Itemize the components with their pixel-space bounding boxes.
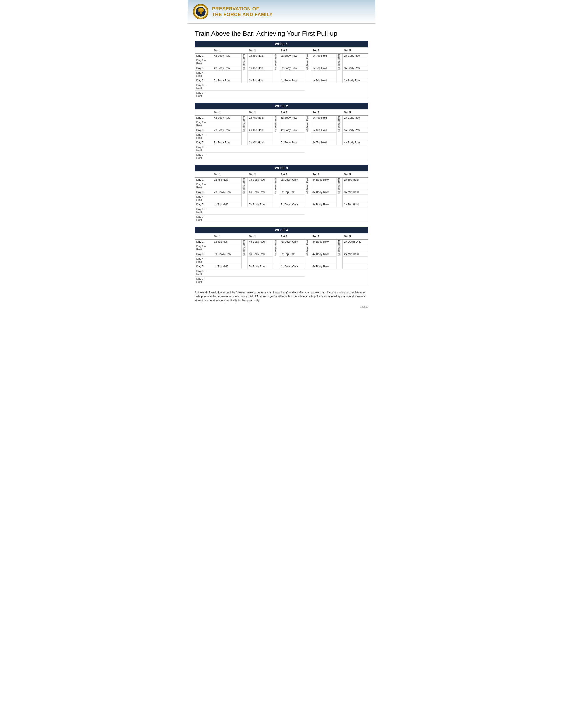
- rest-column-4: 60–90 sec Rest: [337, 240, 343, 269]
- set2-value: 2x Top Hold: [247, 78, 273, 83]
- set2-value: 2x Mid Hold: [247, 140, 273, 145]
- set2-value: 2x Mid Hold: [247, 116, 273, 120]
- rest-column-2: 60–90 sec Rest: [273, 116, 279, 145]
- set5-value: 3x Body Row: [343, 66, 368, 71]
- set-1-header: Set 1: [212, 47, 241, 54]
- table-row: Day 6 – Rest: [195, 269, 368, 277]
- rest-column-1: 60–90 sec Rest: [241, 240, 247, 269]
- set3-value: [247, 215, 273, 222]
- set1-value: [212, 277, 241, 284]
- set1-value: [212, 91, 241, 98]
- day-label: Day 1: [195, 178, 212, 182]
- set4-value: [273, 145, 279, 153]
- set3-value: [247, 145, 273, 153]
- day-label: Day 3: [195, 190, 212, 195]
- usacom-logo: ★ ★ ★ ★ ★ ★ USSOCOM: [193, 4, 208, 19]
- set1-value: [212, 244, 241, 252]
- table-row: Day 14x Body Row60–90 sec Rest2x Mid Hol…: [195, 116, 368, 120]
- header-title-line1: PRESERVATION OF: [212, 6, 273, 12]
- set4-value: [311, 195, 336, 202]
- set4-value: 1x Top Hold: [311, 116, 336, 120]
- rest-column-3: 60–90 sec Rest: [305, 240, 311, 269]
- rest-column-2: 60–90 sec Rest: [273, 178, 279, 207]
- day-label: Day 5: [195, 140, 212, 145]
- set2-value: [247, 133, 273, 140]
- set-4-header: Set 4: [311, 109, 336, 116]
- set3-value: 3x Body Row: [279, 66, 305, 71]
- set4-value: 9x Body Row: [311, 202, 336, 207]
- set4-value: [273, 215, 279, 222]
- set3-value: [279, 120, 305, 128]
- set3-value: 5x Body Row: [279, 116, 305, 120]
- week-4-header: WEEK 4: [195, 227, 368, 233]
- day-label: Day 7 – Rest: [195, 153, 212, 160]
- week-3-section: WEEK 3Set 1Set 2Set 3Set 4Set 5Day 12x M…: [195, 165, 368, 222]
- table-row: Day 7 – Rest: [195, 277, 368, 284]
- day-label: Day 1: [195, 240, 212, 244]
- set4-value: [311, 182, 336, 190]
- set-5-header: Set 5: [343, 233, 368, 240]
- set5-value: [343, 182, 368, 190]
- rest-column-1: 60–90 sec Rest: [241, 54, 247, 83]
- set3-value: [247, 83, 273, 91]
- set2-value: [241, 83, 247, 91]
- table-row: Day 7 – Rest: [195, 215, 368, 222]
- set4-value: 1x Mid Hold: [311, 128, 336, 133]
- day-label: Day 7 – Rest: [195, 215, 212, 222]
- day-label: Day 6 – Rest: [195, 83, 212, 91]
- set4-value: [311, 244, 336, 252]
- svg-rect-4: [200, 12, 201, 14]
- set2-value: [241, 153, 247, 160]
- set3-value: [279, 257, 305, 264]
- set3-value: 4x Down Only: [279, 264, 305, 269]
- day-label: Day 2 – Rest: [195, 244, 212, 252]
- set-4-header: Set 4: [311, 233, 336, 240]
- set5-value: 2x Top Hold: [343, 178, 368, 182]
- set-3-header: Set 3: [279, 47, 305, 54]
- table-row: Day 7 – Rest: [195, 91, 368, 98]
- rest-column-4: 60–90 sec Rest: [337, 54, 343, 83]
- day-label: Day 5: [195, 264, 212, 269]
- set2-value: 2x Top Hold: [247, 128, 273, 133]
- set1-value: [212, 257, 241, 264]
- set2-value: [241, 269, 247, 277]
- day-label: Day 2 – Rest: [195, 182, 212, 190]
- set5-value: [343, 133, 368, 140]
- set1-value: 4x Top Half: [212, 202, 241, 207]
- week-2-section: WEEK 2Set 1Set 2Set 3Set 4Set 5Day 14x B…: [195, 103, 368, 160]
- set-1-header: Set 1: [212, 109, 241, 116]
- header-title-block: PRESERVATION OF THE FORCE AND FAMILY: [212, 6, 273, 18]
- set1-value: [212, 182, 241, 190]
- set3-value: [279, 71, 305, 78]
- rest-column-3: 60–90 sec Rest: [305, 54, 311, 83]
- set5-value: 2x Down Only: [343, 240, 368, 244]
- set4-value: [273, 153, 279, 160]
- set5-value: [343, 257, 368, 264]
- svg-text:★ ★ ★ ★ ★ ★: ★ ★ ★ ★ ★ ★: [197, 6, 204, 7]
- set1-value: 4x Body Row: [212, 54, 241, 58]
- set5-value: [343, 195, 368, 202]
- set3-value: [279, 244, 305, 252]
- set-4-header: Set 4: [311, 171, 336, 178]
- set5-value: [279, 153, 305, 160]
- week-3-header: WEEK 3: [195, 165, 368, 171]
- day-label: Day 3: [195, 128, 212, 133]
- set4-value: 1x Top Hold: [311, 54, 336, 58]
- set5-value: [279, 145, 305, 153]
- day-label: Day 1: [195, 54, 212, 58]
- week-1-section: WEEK 1Set 1Set 2Set 3Set 4Set 5Day 14x B…: [195, 41, 368, 98]
- set-3-header: Set 3: [279, 171, 305, 178]
- set1-value: [212, 120, 241, 128]
- set3-value: 4x Body Row: [279, 128, 305, 133]
- set4-value: 4x Body Row: [311, 252, 336, 257]
- set5-value: [343, 120, 368, 128]
- rest-column-3: 60–90 sec Rest: [305, 116, 311, 145]
- set2-value: [247, 71, 273, 78]
- rest-column-4: 60–90 sec Rest: [337, 178, 343, 207]
- table-row: Day 7 – Rest: [195, 153, 368, 160]
- day-label: Day 6 – Rest: [195, 207, 212, 215]
- set-5-header: Set 5: [343, 171, 368, 178]
- set5-value: [343, 71, 368, 78]
- rest-column-2: 60–90 sec Rest: [273, 240, 279, 269]
- set5-value: [279, 83, 305, 91]
